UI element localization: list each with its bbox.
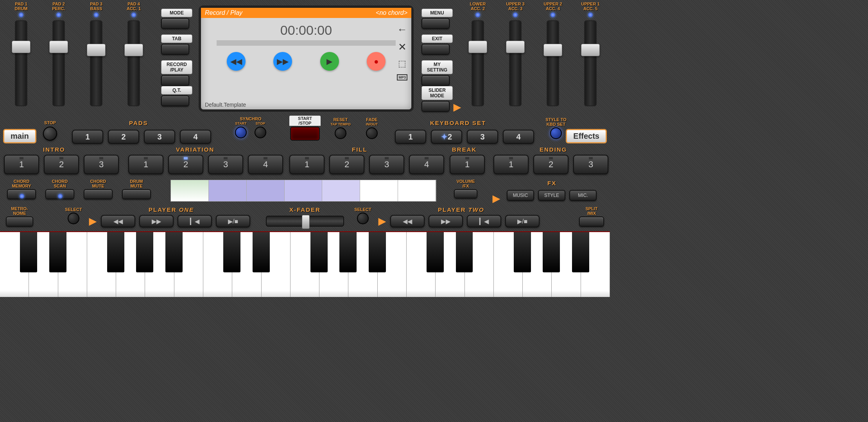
ending-2-button[interactable]: 2 [533, 155, 569, 174]
fx-music-button[interactable]: MUSIC [507, 190, 534, 201]
fx-mic-button[interactable]: MIC. [569, 190, 597, 201]
fx-arrow-icon[interactable]: ▶ [493, 193, 500, 204]
black-key[interactable] [165, 232, 183, 272]
split-mix-button[interactable] [579, 216, 604, 227]
black-key[interactable] [339, 232, 357, 272]
black-key[interactable] [20, 232, 37, 272]
crossfader[interactable] [266, 216, 344, 227]
black-key[interactable] [543, 232, 560, 272]
q-t--button[interactable] [161, 95, 189, 106]
variation-1-button[interactable]: 1 [128, 155, 163, 174]
player1-select-button[interactable] [68, 213, 79, 224]
black-key[interactable] [369, 232, 386, 272]
chord-mem-button[interactable] [7, 189, 36, 199]
fader-upper3[interactable] [509, 20, 522, 106]
chord-drum-button[interactable] [122, 189, 151, 199]
fader-pad3[interactable] [90, 20, 102, 106]
white-key[interactable] [87, 232, 116, 297]
volume-fx-button[interactable] [454, 189, 477, 198]
slider-mode-arrow-icon[interactable]: ▶ [454, 102, 461, 113]
play-button[interactable]: ▶ [320, 52, 339, 71]
kbdset-4-button[interactable]: 4 [503, 130, 534, 144]
kbdset-1-button[interactable]: 1 [395, 130, 426, 144]
chord-scan-button[interactable] [45, 189, 74, 199]
menu-button[interactable] [421, 18, 450, 29]
close-icon[interactable]: ✕ [398, 41, 407, 53]
p1-playstop-button[interactable]: ▶/■ [216, 215, 250, 227]
black-key[interactable] [136, 232, 153, 272]
white-key[interactable] [203, 232, 232, 297]
intro-3-button[interactable]: 3 [84, 155, 119, 174]
player2-select-button[interactable] [357, 213, 369, 224]
fader-pad2[interactable] [52, 20, 65, 106]
p2-playstop-button[interactable]: ▶/■ [505, 215, 540, 227]
stop-button[interactable] [43, 127, 57, 141]
fade-button[interactable] [366, 127, 378, 139]
ending-1-button[interactable]: 1 [493, 155, 529, 174]
p1-arrow-icon[interactable]: ▶ [89, 216, 96, 227]
variation-4-button[interactable]: 4 [248, 155, 283, 174]
fader-upper2[interactable] [547, 20, 559, 106]
metronome-button[interactable] [6, 216, 33, 227]
black-key[interactable] [253, 232, 270, 272]
fader-pad4[interactable] [127, 20, 140, 106]
main-button[interactable]: main [3, 129, 36, 143]
p2-forward-button[interactable]: ▶▶ [429, 215, 463, 227]
fill-3-button[interactable]: 3 [369, 155, 404, 174]
white-key[interactable] [291, 232, 319, 297]
p2-arrow-icon[interactable]: ▶ [378, 216, 386, 227]
chord-mute-button[interactable] [84, 189, 113, 199]
kbdset-2-button[interactable]: ✦ 2 [431, 130, 462, 144]
white-key[interactable] [494, 232, 523, 297]
pad-3-button[interactable]: 3 [144, 130, 175, 144]
black-key[interactable] [223, 232, 240, 272]
white-key[interactable] [407, 232, 436, 297]
black-key[interactable] [310, 232, 328, 272]
p1-prev-button[interactable]: ▎◀ [178, 215, 212, 227]
synchro-start-button[interactable] [235, 127, 247, 138]
black-key[interactable] [49, 232, 66, 272]
p1-rewind-button[interactable]: ◀◀ [101, 215, 135, 227]
pad-2-button[interactable]: 2 [108, 130, 139, 144]
slider-mode-button[interactable] [421, 101, 450, 112]
pad-4-button[interactable]: 4 [180, 130, 211, 144]
record-play-button[interactable] [161, 75, 189, 86]
black-key[interactable] [572, 232, 589, 272]
style-to-kbd-button[interactable] [550, 127, 562, 139]
intro-2-button[interactable]: 2 [44, 155, 79, 174]
exit-button[interactable] [421, 44, 450, 55]
rewind-button[interactable]: ◀◀ [227, 52, 246, 71]
effects-button[interactable]: Effects [566, 129, 607, 143]
keyboard-range-display[interactable] [170, 180, 436, 202]
white-key[interactable] [0, 232, 29, 297]
my-setting-button[interactable] [421, 75, 450, 86]
fill-4-button[interactable]: 4 [409, 155, 444, 174]
ending-3-button[interactable]: 3 [573, 155, 608, 174]
contact-icon[interactable]: ⬚ [398, 59, 406, 69]
fader-lower[interactable] [472, 20, 484, 106]
black-key[interactable] [456, 232, 473, 272]
fader-pad1[interactable] [15, 20, 27, 106]
variation-2-button[interactable]: 2 [168, 155, 203, 174]
record-button[interactable]: ● [367, 52, 386, 71]
mode-button[interactable] [161, 18, 189, 29]
break-1-button[interactable]: 1 [450, 155, 485, 174]
intro-1-button[interactable]: 1 [4, 155, 39, 174]
forward-button[interactable]: ▶▶ [273, 52, 292, 71]
pad-1-button[interactable]: 1 [72, 130, 103, 144]
mp3-icon[interactable]: MP3 [397, 74, 407, 80]
kbdset-3-button[interactable]: 3 [467, 130, 498, 144]
p2-rewind-button[interactable]: ◀◀ [390, 215, 425, 227]
piano-keyboard[interactable] [0, 231, 610, 297]
black-key[interactable] [514, 232, 531, 272]
progress-bar[interactable] [217, 40, 396, 46]
back-icon[interactable]: ← [397, 23, 407, 36]
start-stop-button[interactable] [290, 127, 320, 141]
fill-1-button[interactable]: 1 [289, 155, 325, 174]
black-key[interactable] [107, 232, 124, 272]
variation-3-button[interactable]: 3 [208, 155, 243, 174]
p2-prev-button[interactable]: ▎◀ [467, 215, 501, 227]
fill-2-button[interactable]: 2 [329, 155, 364, 174]
p1-forward-button[interactable]: ▶▶ [139, 215, 174, 227]
fx-style-button[interactable]: STYLE [538, 190, 565, 201]
